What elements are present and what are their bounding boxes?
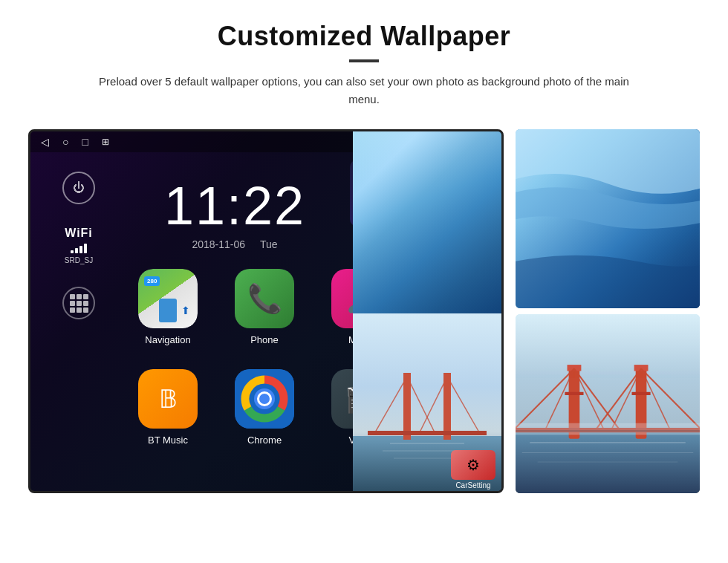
grid-dot [83, 301, 88, 306]
nav-direction-icon: ⬆ [181, 305, 190, 316]
bt-music-label: BT Music [148, 435, 188, 446]
chrome-icon-img [235, 369, 294, 429]
wifi-ssid: SRD_SJ [65, 256, 93, 264]
title-divider [349, 59, 379, 62]
right-wallpaper-panels [516, 129, 700, 493]
phone-icon-img: 📞 [235, 269, 294, 328]
grid-icon [70, 294, 88, 313]
clock-date-display: 2018-11-06 Tue [192, 238, 277, 250]
ice-texture [516, 129, 700, 308]
chrome-icon-svg [235, 369, 294, 429]
carsetting-icon-symbol: ⚙ [467, 456, 480, 474]
wallpaper-preview-bridge[interactable] [516, 314, 700, 493]
nav-badge: 280 [144, 276, 160, 286]
app-bt-music[interactable]: 𝔹 BT Music [127, 369, 209, 446]
svg-rect-25 [634, 365, 649, 371]
wifi-bars [65, 243, 93, 253]
clock-display: 11:22 [164, 179, 305, 232]
grid-dot [77, 294, 82, 299]
grid-dot [77, 307, 82, 313]
chrome-label: Chrome [247, 435, 282, 446]
wifi-label: WiFi [65, 227, 93, 240]
clock-date: 2018-11-06 [192, 238, 245, 250]
grid-dot [70, 307, 75, 313]
screenshot-nav-icon: ⊞ [102, 137, 109, 147]
clock-area: 11:22 2018-11-06 Tue [127, 157, 342, 250]
navigation-label: Navigation [145, 334, 190, 345]
grid-dot [70, 301, 75, 306]
wallpaper-overlay: ⚙ CarSetting [353, 131, 501, 493]
svg-rect-26 [565, 392, 583, 395]
svg-rect-15 [368, 431, 487, 435]
android-screen: ◁ ○ □ ⊞ ♦ ▾ 11:22 ⏻ WiFi [28, 129, 504, 493]
page-header: Customized Wallpaper Preload over 5 defa… [0, 0, 728, 122]
wallpaper-panel-top[interactable] [353, 131, 501, 313]
power-button[interactable]: ⏻ [62, 172, 95, 204]
status-bar-left: ◁ ○ □ ⊞ [41, 136, 109, 148]
apps-grid-button[interactable] [62, 287, 95, 319]
app-phone[interactable]: 📞 Phone [224, 269, 305, 345]
grid-dot [83, 307, 88, 313]
svg-rect-27 [631, 392, 650, 395]
clock-day: Tue [260, 238, 278, 250]
ice-overlay [353, 131, 501, 313]
grid-dot [83, 294, 88, 299]
svg-rect-24 [568, 365, 582, 371]
wallpaper-preview-ice[interactable] [516, 129, 700, 308]
bt-icon-img: 𝔹 [138, 369, 198, 429]
page-title: Customized Wallpaper [59, 21, 669, 52]
app-chrome[interactable]: Chrome [224, 369, 305, 446]
device-wrapper: ◁ ○ □ ⊞ ♦ ▾ 11:22 ⏻ WiFi [28, 129, 504, 493]
wifi-info: WiFi SRD_SJ [65, 227, 93, 264]
left-sidebar: ⏻ WiFi SRD_SJ [30, 157, 127, 491]
nav-icon-bg: 280 ⬆ [138, 269, 198, 328]
svg-rect-41 [516, 423, 700, 435]
wifi-bar-3 [79, 246, 82, 253]
bridge-preview-svg [516, 314, 700, 493]
phone-label: Phone [250, 334, 279, 345]
home-nav-icon: ○ [62, 136, 68, 148]
grid-dot [77, 301, 82, 306]
wifi-bar-2 [75, 248, 78, 253]
back-nav-icon: ◁ [41, 136, 49, 148]
wallpaper-panel-bottom[interactable]: ⚙ CarSetting [353, 313, 501, 493]
main-content: ◁ ○ □ ⊞ ♦ ▾ 11:22 ⏻ WiFi [0, 129, 728, 493]
grid-dot [70, 294, 75, 299]
wifi-bar-4 [84, 244, 87, 253]
app-navigation[interactable]: 280 ⬆ Navigation [127, 269, 209, 345]
navigation-icon-img: 280 ⬆ [138, 269, 198, 328]
nav-road [159, 299, 177, 322]
bluetooth-icon: 𝔹 [159, 384, 178, 414]
carsetting-icon: ⚙ [451, 450, 495, 480]
page-description: Preload over 5 default wallpaper options… [85, 73, 643, 108]
phone-icon: 📞 [247, 282, 282, 315]
carsetting-widget: ⚙ CarSetting [451, 450, 495, 489]
ice-svg [516, 129, 700, 308]
svg-point-6 [259, 394, 270, 404]
carsetting-label: CarSetting [451, 481, 495, 489]
wifi-bar-1 [71, 250, 74, 253]
recents-nav-icon: □ [82, 136, 88, 148]
power-icon: ⏻ [73, 181, 85, 195]
